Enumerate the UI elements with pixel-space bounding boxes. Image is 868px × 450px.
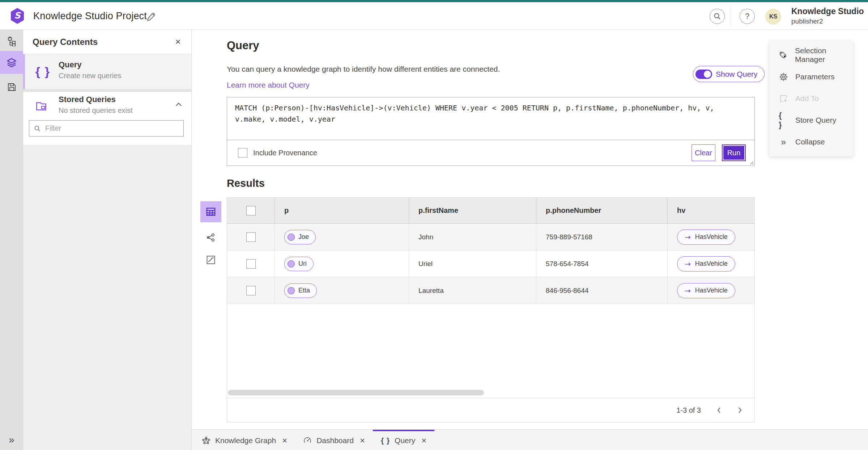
knowledge-graph-icon (202, 436, 210, 445)
item-sublabel: Create new queries (59, 72, 121, 80)
node-dot-icon (288, 287, 295, 294)
show-query-label: Show Query (716, 70, 758, 79)
project-title: Knowledge Studio Project (33, 10, 147, 22)
action-label: Store Query (795, 116, 836, 125)
double-chevron-right-icon: » (779, 137, 788, 147)
toggle-on-icon[interactable] (695, 70, 712, 79)
parameters-button[interactable]: Parameters (769, 66, 853, 88)
left-icon-rail: » (0, 30, 23, 450)
query-textarea[interactable]: MATCH (p:Person)-[hv:HasVehicle]->(v:Veh… (227, 97, 754, 140)
top-bar: S Knowledge Studio Project ? KS Knowledg… (0, 2, 868, 30)
layers-icon (6, 57, 17, 68)
product-name: Knowledge Studio (791, 7, 864, 17)
tab-label: Query (395, 436, 415, 445)
row-checkbox[interactable] (246, 286, 256, 295)
close-icon[interactable]: × (421, 436, 426, 446)
item-sublabel: No stored queries exist (59, 106, 133, 115)
panel-section-divider (23, 89, 191, 92)
sidebar-item-queries-active[interactable] (0, 51, 23, 74)
next-page-button[interactable] (732, 402, 748, 418)
arrow-right-icon: → (685, 260, 691, 268)
add-to-button-disabled[interactable]: Add To (769, 88, 853, 109)
panel-item-stored-queries[interactable]: Stored Queries No stored queries exist (23, 92, 191, 120)
pagination-range: 1-3 of 3 (676, 406, 701, 415)
chevron-right-icon (737, 407, 743, 414)
user-identity: Knowledge Studio publisher2 (791, 7, 864, 25)
app-logo-icon[interactable]: S (10, 8, 25, 24)
search-button[interactable] (710, 9, 725, 24)
table-view-button-active[interactable] (200, 201, 221, 222)
page-description: You can query a knowledge graph to ident… (227, 65, 500, 73)
dashboard-gauge-icon (303, 436, 312, 445)
collapse-section-button[interactable] (175, 101, 183, 107)
tab-query-active[interactable]: { } Query × (373, 430, 434, 450)
store-query-button[interactable]: { } Store Query (769, 109, 853, 131)
node-label: Uri (298, 260, 307, 268)
page-title: Query (227, 39, 259, 52)
column-header[interactable]: p.phoneNumber (546, 206, 601, 215)
selection-manager-button[interactable]: Selection Manager (769, 44, 853, 66)
node-label: Etta (298, 287, 310, 294)
query-contents-panel: Query Contents × { } Query Create new qu… (23, 30, 192, 450)
node-pill[interactable]: Etta (284, 283, 317, 298)
results-title: Results (227, 177, 265, 189)
results-view-switcher (200, 201, 221, 267)
tab-knowledge-graph[interactable]: Knowledge Graph × (194, 430, 295, 450)
node-label: Joe (298, 233, 309, 241)
question-icon: ? (745, 12, 749, 21)
tab-dashboard[interactable]: Dashboard × (295, 430, 373, 450)
clear-button[interactable]: Clear (692, 144, 715, 161)
table-row: Etta Lauretta 846-956-8644 → HasVehicle (227, 277, 754, 304)
horizontal-scrollbar-thumb[interactable] (228, 390, 484, 395)
sidebar-item-save[interactable] (0, 77, 23, 96)
pencil-icon (146, 12, 156, 21)
row-checkbox[interactable] (246, 259, 256, 269)
action-label: Parameters (795, 72, 835, 81)
learn-more-link[interactable]: Learn more about Query (227, 81, 310, 89)
help-button[interactable]: ? (740, 9, 755, 24)
edit-title-button[interactable] (145, 11, 157, 22)
previous-page-button[interactable] (711, 402, 727, 418)
arrow-right-icon: → (685, 233, 691, 241)
column-header[interactable]: hv (677, 206, 685, 215)
app-window: S Knowledge Studio Project ? KS Knowledg… (0, 0, 868, 450)
node-pill[interactable]: Joe (284, 230, 316, 244)
edge-pill[interactable]: → HasVehicle (677, 256, 735, 272)
column-header[interactable]: p.firstName (418, 206, 458, 215)
run-button[interactable]: Run (722, 144, 746, 161)
graph-view-button[interactable] (200, 230, 221, 245)
query-actions-panel: Selection Manager Paramete (769, 41, 853, 156)
panel-close-button[interactable]: × (172, 35, 184, 48)
close-icon[interactable]: × (360, 436, 365, 446)
show-query-toggle[interactable]: Show Query (693, 66, 765, 82)
close-icon: × (175, 36, 180, 47)
collapse-panel-button[interactable]: » Collapse (769, 131, 853, 153)
edge-pill[interactable]: → HasVehicle (677, 283, 735, 298)
filter-input[interactable] (45, 124, 179, 133)
cell-phonenumber: 846-956-8644 (546, 287, 588, 295)
column-header[interactable]: p (284, 206, 289, 215)
add-to-icon (779, 94, 788, 103)
sidebar-item-ontology[interactable] (0, 32, 23, 51)
cell-phonenumber: 759-889-57168 (546, 233, 592, 241)
edge-label: HasVehicle (695, 260, 728, 268)
node-dot-icon (288, 234, 295, 241)
row-checkbox[interactable] (246, 232, 256, 242)
panel-item-query[interactable]: { } Query Create new queries (23, 54, 191, 89)
search-icon (34, 125, 41, 132)
expand-panel-button[interactable]: » (0, 433, 23, 447)
avatar[interactable]: KS (765, 9, 781, 25)
main-content: Query You can query a knowledge graph to… (192, 30, 868, 429)
close-icon[interactable]: × (282, 436, 287, 446)
user-name: publisher2 (791, 17, 864, 26)
edge-pill[interactable]: → HasVehicle (677, 230, 735, 245)
node-pill[interactable]: Uri (284, 257, 314, 271)
include-provenance-checkbox[interactable] (238, 148, 247, 157)
select-all-checkbox[interactable] (246, 206, 256, 215)
action-label: Add To (795, 94, 819, 103)
cell-firstname: Uriel (418, 260, 433, 268)
chart-view-button[interactable] (200, 253, 221, 267)
edge-label: HasVehicle (695, 287, 728, 294)
action-label: Collapse (795, 138, 825, 146)
edge-label: HasVehicle (695, 233, 728, 241)
